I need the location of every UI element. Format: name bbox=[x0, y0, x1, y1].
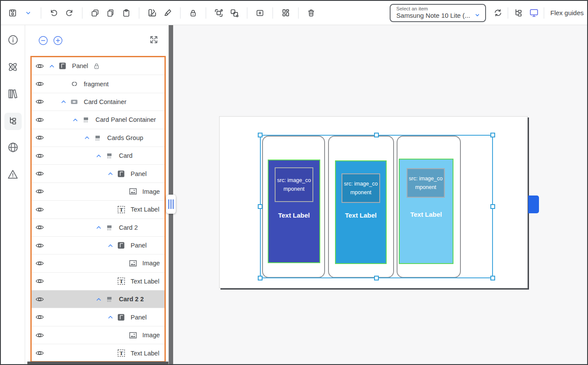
chevron-up-icon[interactable] bbox=[69, 117, 81, 123]
tree-row-card-container[interactable]: Card Container bbox=[32, 93, 164, 111]
resize-handle-middle-right[interactable] bbox=[490, 204, 495, 209]
group-button[interactable] bbox=[212, 7, 225, 20]
brush-button[interactable] bbox=[161, 7, 174, 20]
card-panel-2[interactable]: src: image_component Text Label bbox=[335, 160, 387, 264]
visibility-eye-icon[interactable] bbox=[35, 277, 44, 286]
tree-row-image[interactable]: Image bbox=[32, 254, 164, 272]
resize-handle-bottom-right[interactable] bbox=[490, 276, 495, 280]
tree-row-image[interactable]: Image bbox=[32, 183, 164, 201]
text-label-2[interactable]: Text Label bbox=[336, 212, 386, 219]
chevron-up-icon[interactable] bbox=[105, 170, 116, 177]
tree-row-panel[interactable]: Panel bbox=[32, 237, 164, 254]
chevron-up-icon[interactable] bbox=[105, 314, 116, 320]
redo-button[interactable] bbox=[63, 7, 76, 20]
visibility-eye-icon[interactable] bbox=[35, 330, 44, 340]
copy-button[interactable] bbox=[104, 7, 117, 20]
text-label-1[interactable]: Text Label bbox=[269, 212, 319, 219]
monitor-button[interactable] bbox=[527, 7, 540, 20]
visibility-eye-icon[interactable] bbox=[35, 223, 44, 232]
card-panel-1[interactable]: src: image_component Text Label bbox=[268, 160, 320, 263]
chevron-up-icon[interactable] bbox=[93, 296, 105, 303]
panel-resize-handle[interactable] bbox=[166, 195, 176, 214]
resize-handle-top-middle[interactable] bbox=[374, 133, 379, 137]
text-label-3[interactable]: Text Label bbox=[400, 211, 453, 218]
chevron-up-icon[interactable] bbox=[105, 242, 116, 249]
tree-row-panel[interactable]: Panel bbox=[32, 165, 164, 182]
lock-button[interactable] bbox=[187, 7, 200, 20]
left-rail bbox=[1, 25, 25, 364]
visibility-eye-icon[interactable] bbox=[35, 187, 44, 196]
collapse-all-button[interactable] bbox=[38, 36, 48, 46]
toolbar-divider bbox=[139, 7, 139, 19]
ungroup-button[interactable] bbox=[228, 7, 241, 20]
palette-button[interactable] bbox=[145, 7, 158, 20]
tree-row-panel[interactable]: Panel bbox=[32, 308, 164, 326]
resize-handle-bottom-middle[interactable] bbox=[374, 276, 379, 280]
chevron-up-icon[interactable] bbox=[81, 134, 93, 141]
visibility-eye-icon[interactable] bbox=[35, 241, 44, 250]
image-placeholder-3[interactable]: src: image_component bbox=[407, 168, 445, 198]
tree-view-button[interactable] bbox=[512, 7, 525, 20]
components-button[interactable] bbox=[279, 7, 292, 20]
visibility-eye-icon[interactable] bbox=[35, 61, 44, 71]
visibility-eye-icon[interactable] bbox=[35, 79, 44, 89]
chevron-up-icon[interactable] bbox=[93, 224, 105, 231]
tree-row-text-label[interactable]: TText Label bbox=[32, 273, 164, 290]
visibility-eye-icon[interactable] bbox=[35, 133, 44, 143]
tree-row-text-label[interactable]: TText Label bbox=[32, 344, 164, 362]
design-canvas[interactable]: src: image_component Text Label src: ima… bbox=[173, 25, 587, 364]
rail-item-tree-view[interactable] bbox=[4, 113, 22, 130]
side-panel-tab[interactable] bbox=[528, 196, 539, 213]
resize-handle-top-right[interactable] bbox=[490, 133, 495, 137]
info-icon bbox=[7, 34, 19, 47]
visibility-eye-icon[interactable] bbox=[35, 97, 44, 107]
caret-down-button[interactable] bbox=[22, 7, 35, 20]
tree-row-card-2-2[interactable]: Card 2 2 bbox=[32, 290, 164, 308]
trash-button[interactable] bbox=[305, 7, 318, 20]
new-frame-button[interactable] bbox=[253, 7, 266, 20]
duplicate-button[interactable] bbox=[89, 7, 102, 20]
rail-item-globe[interactable] bbox=[4, 140, 22, 157]
tree-row-cards-group[interactable]: Cards Group bbox=[32, 129, 164, 147]
chevron-up-icon[interactable] bbox=[46, 63, 58, 69]
undo-button[interactable] bbox=[47, 7, 60, 20]
rail-item-info[interactable] bbox=[4, 32, 22, 49]
visibility-eye-icon[interactable] bbox=[35, 205, 44, 214]
visibility-eye-icon[interactable] bbox=[35, 313, 44, 322]
chevron-up-icon[interactable] bbox=[93, 153, 105, 159]
tree-row-text-label[interactable]: TText Label bbox=[32, 201, 164, 218]
toolbar-divider bbox=[82, 7, 82, 19]
artboard[interactable]: src: image_component Text Label src: ima… bbox=[219, 116, 528, 288]
visibility-eye-icon[interactable] bbox=[35, 294, 44, 304]
text-icon: T bbox=[116, 349, 126, 357]
paste-button[interactable] bbox=[120, 7, 133, 20]
visibility-eye-icon[interactable] bbox=[35, 115, 44, 124]
device-select[interactable]: Select an item Samsung Note 10 Lite (... bbox=[390, 4, 486, 22]
visibility-eye-icon[interactable] bbox=[35, 169, 44, 179]
tree-row-panel[interactable]: Panel bbox=[32, 57, 164, 75]
resize-handle-top-left[interactable] bbox=[258, 133, 263, 137]
image-placeholder-1[interactable]: src: image_component bbox=[275, 167, 313, 202]
sync-button[interactable] bbox=[491, 7, 504, 20]
tree-row-fragment[interactable]: fragment bbox=[32, 75, 164, 93]
chevron-up-icon[interactable] bbox=[58, 98, 69, 105]
rail-item-atom[interactable] bbox=[4, 59, 22, 76]
image-placeholder-2[interactable]: src: image_component bbox=[342, 173, 380, 203]
tree-row-card[interactable]: Card bbox=[32, 147, 164, 165]
horizontal-scrollbar[interactable] bbox=[27, 362, 168, 364]
visibility-eye-icon[interactable] bbox=[35, 349, 44, 358]
expand-panel-icon[interactable] bbox=[149, 35, 158, 46]
rail-item-warning[interactable] bbox=[4, 166, 22, 184]
save-button[interactable] bbox=[6, 7, 19, 20]
expand-all-button[interactable] bbox=[53, 36, 63, 46]
visibility-eye-icon[interactable] bbox=[35, 258, 44, 268]
visibility-eye-icon[interactable] bbox=[35, 151, 44, 160]
resize-handle-middle-left[interactable] bbox=[258, 204, 263, 209]
tree-row-image[interactable]: Image bbox=[32, 326, 164, 344]
card-panel-3[interactable]: src: image_component Text Label bbox=[399, 159, 453, 264]
tree-row-card-panel-container[interactable]: Card Panel Container bbox=[32, 111, 164, 129]
tree-row-card-2[interactable]: Card 2 bbox=[32, 219, 164, 237]
toolbar-right: Select an item Samsung Note 10 Lite (...… bbox=[390, 4, 584, 22]
resize-handle-bottom-left[interactable] bbox=[258, 276, 263, 280]
rail-item-library[interactable] bbox=[4, 86, 22, 103]
